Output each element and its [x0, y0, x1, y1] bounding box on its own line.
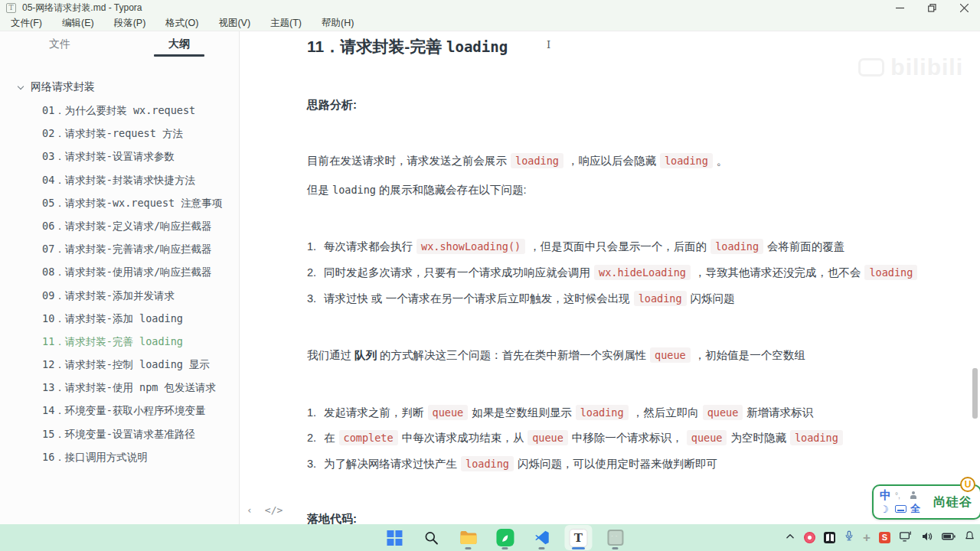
outline-item[interactable]: 04．请求封装-封装请求快捷方法 [0, 168, 239, 191]
text-cursor-ibeam: I [547, 39, 550, 51]
menu-item[interactable]: 文件(F) [11, 17, 42, 30]
outline-item[interactable]: 02．请求封装-request 方法 [0, 122, 239, 145]
ime-moon-icon[interactable]: ☽ [880, 504, 891, 515]
editor-content[interactable]: bilibili 11．请求封装-完善 loading I 思路分析: 目前在发… [240, 31, 980, 524]
paragraph: 但是loading的展示和隐藏会存在以下问题: [307, 183, 526, 197]
atguigu-logo: 尚硅谷 U [933, 494, 974, 510]
outline-item[interactable]: 08．请求封装-使用请求/响应拦截器 [0, 260, 239, 283]
menu-item[interactable]: 视图(V) [218, 17, 250, 30]
taskbar: T + S [0, 524, 980, 551]
outline-item[interactable]: 05．请求封装-wx.request 注意事项 [0, 191, 239, 214]
paragraph: 目前在发送请求时，请求发送之前会展示loading，响应以后会隐藏loading… [307, 154, 727, 168]
sidebar-tab[interactable]: 大纲 [119, 31, 239, 57]
menu-item[interactable]: 编辑(E) [62, 17, 94, 30]
ime-keyboard-icon[interactable] [895, 505, 906, 513]
folder-icon [459, 530, 477, 545]
title-bar: T 05-网络请求封装.md - Typora [0, 0, 980, 15]
list-item: 3.为了解决网络请求过快产生loading闪烁问题，可以使用定时器来做判断即可 [307, 457, 717, 471]
ime-person-icon[interactable] [910, 491, 916, 499]
battery-tray-icon[interactable] [942, 531, 956, 545]
list-item: 1.发起请求之前，判断queue如果是空数组则显示loading，然后立即向qu… [307, 406, 813, 420]
outline-panel: 网络请求封装 01．为什么要封装 wx.request02．请求封装-reque… [0, 57, 239, 468]
background-app-icon [607, 530, 623, 546]
list-item: 3.请求过快 或 一个请求在另一个请求后立即触发，这时候会出现loading闪烁… [307, 292, 735, 306]
close-button[interactable] [948, 0, 980, 15]
chevron-up-icon [785, 531, 795, 542]
capture-app-tray-icon[interactable] [824, 532, 835, 543]
analysis-label: 思路分析: [307, 98, 357, 112]
list-item: 2.同时发起多次请求，只要有一个请求成功响应就会调用wx.hideLoading… [307, 266, 921, 280]
ime-fullwidth-button[interactable]: 全 [910, 502, 920, 516]
vertical-scrollbar[interactable] [972, 368, 978, 419]
typora-app-icon: T [6, 3, 16, 13]
outline-item[interactable]: 09．请求封装-添加并发请求 [0, 284, 239, 307]
wechat-devtools-button[interactable] [491, 525, 518, 550]
atguigu-u-badge: U [960, 477, 975, 492]
menu-item[interactable]: 格式(O) [165, 17, 198, 30]
outline-item[interactable]: 03．请求封装-设置请求参数 [0, 145, 239, 168]
wechat-devtools-icon [496, 529, 514, 546]
vscode-button[interactable] [528, 525, 555, 550]
start-button[interactable] [381, 525, 408, 550]
footer-heading: 落地代码: [307, 512, 357, 524]
search-button[interactable] [417, 525, 445, 550]
source-code-mode-button[interactable]: </> [265, 504, 283, 516]
outline-item[interactable]: 06．请求封装-定义请求/响应拦截器 [0, 214, 239, 237]
outline-item[interactable]: 11．请求封装-完善 loading [0, 330, 239, 353]
bilibili-tv-icon [858, 58, 884, 77]
outline-item[interactable]: 15．环境变量-设置请求基准路径 [0, 422, 239, 445]
restore-button[interactable] [916, 0, 948, 15]
chevron-down-icon [18, 83, 24, 89]
minimize-button[interactable] [884, 0, 916, 15]
bilibili-watermark: bilibili [858, 54, 963, 80]
outline-item[interactable]: 12．请求封装-控制 loading 显示 [0, 353, 239, 376]
sidebar: 文件大纲 网络请求封装 01．为什么要封装 wx.request02．请求封装-… [0, 31, 240, 524]
ime-chinese-mode-button[interactable]: 中 [880, 488, 891, 503]
volume-tray-icon[interactable] [921, 530, 933, 546]
search-icon [423, 530, 439, 546]
section-heading: 11．请求封装-完善 loading [307, 36, 508, 57]
typora-taskbar-button[interactable]: T [564, 525, 592, 550]
recorder-tray-icon[interactable] [804, 532, 815, 543]
menu-item[interactable]: 帮助(H) [322, 17, 354, 30]
utility-tray-icon[interactable]: + [863, 532, 871, 543]
outline-item[interactable]: 16．接口调用方式说明 [0, 445, 239, 468]
outline-item[interactable]: 07．请求封装-完善请求/响应拦截器 [0, 237, 239, 260]
file-explorer-button[interactable] [454, 525, 482, 550]
outline-item[interactable]: 10．请求封装-添加 loading [0, 307, 239, 330]
list-item: 2.在complete中每次请求成功结束，从queue中移除一个请求标识，que… [307, 431, 847, 445]
screen: T 05-网络请求封装.md - Typora 文件(F)编辑(E)段落(P)格… [0, 0, 980, 551]
microphone-tray-icon[interactable] [844, 530, 854, 546]
notification-bell-icon[interactable] [964, 530, 975, 545]
background-app-button[interactable] [601, 525, 629, 550]
cast-display-tray-icon[interactable] [899, 530, 913, 546]
outline-item[interactable]: 13．请求封装-使用 npm 包发送请求 [0, 376, 239, 399]
ime-toolbar: 中 °, ☽ 全 尚硅谷 U [872, 484, 980, 520]
sidebar-tab[interactable]: 文件 [0, 31, 119, 57]
outline-item[interactable]: 14．环境变量-获取小程序环境变量 [0, 399, 239, 422]
outline-item[interactable]: 01．为什么要封装 wx.request [0, 99, 239, 122]
menu-item[interactable]: 主题(T) [270, 17, 302, 30]
outline-root-item[interactable]: 网络请求封装 [0, 76, 239, 99]
typora-icon: T [569, 529, 587, 547]
vscode-icon [534, 530, 550, 546]
menu-bar: 文件(F)编辑(E)段落(P)格式(O)视图(V)主题(T)帮助(H) [0, 15, 980, 31]
tray-expand-button[interactable] [785, 531, 795, 545]
ime-punctuation-icon[interactable]: °, [895, 491, 906, 500]
window-title: 05-网络请求封装.md - Typora [22, 2, 142, 15]
paragraph: 我们通过 队列 的方式解决这三个问题：首先在类中新增一个实例属性queue，初始… [307, 348, 805, 363]
sidebar-collapse-button[interactable]: ‹ [247, 504, 253, 516]
list-item: 1.每次请求都会执行wx.showLoading()，但是页面中只会显示一个，后… [307, 240, 845, 254]
snipaste-tray-icon[interactable]: S [879, 532, 890, 543]
menu-item[interactable]: 段落(P) [114, 17, 146, 30]
windows-logo-icon [387, 530, 402, 546]
